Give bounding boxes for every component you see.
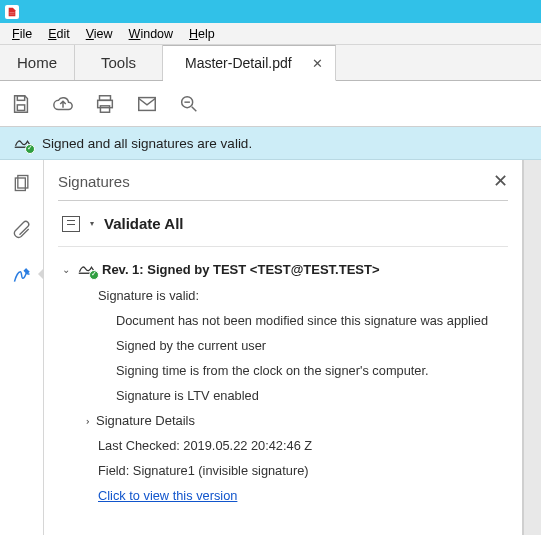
menu-help[interactable]: Help xyxy=(181,25,223,43)
collapse-caret-icon[interactable]: ⌄ xyxy=(62,264,72,275)
save-icon[interactable] xyxy=(10,93,32,115)
signatures-panel-icon[interactable] xyxy=(7,260,37,290)
detail-last-checked: Last Checked: 2019.05.22 20:42:46 Z xyxy=(98,433,508,458)
signature-valid-icon xyxy=(14,135,32,151)
dropdown-caret-icon[interactable]: ▾ xyxy=(90,219,94,228)
panel-title: Signatures xyxy=(58,173,130,190)
options-icon[interactable] xyxy=(62,216,80,232)
content-area: Signatures ✕ ▾ Validate All ⌄ Rev. 1: Si… xyxy=(0,160,541,535)
panel-header: Signatures ✕ xyxy=(58,170,508,201)
signature-details-tree: Signature is valid: Document has not bee… xyxy=(58,283,508,508)
detail-signing-time: Signing time is from the clock on the si… xyxy=(98,358,508,383)
signature-details-label: Signature Details xyxy=(96,413,195,428)
signature-status-bar: Signed and all signatures are valid. xyxy=(0,127,541,160)
tab-document-label: Master-Detail.pdf xyxy=(185,55,292,71)
toolbar xyxy=(0,81,541,127)
email-icon[interactable] xyxy=(136,93,158,115)
svg-rect-0 xyxy=(17,95,24,100)
pages-panel-icon[interactable] xyxy=(7,168,37,198)
attachments-panel-icon[interactable] xyxy=(7,214,37,244)
menu-bar: File Edit View Window Help xyxy=(0,23,541,45)
tab-bar: Home Tools Master-Detail.pdf ✕ xyxy=(0,45,541,81)
menu-edit[interactable]: Edit xyxy=(40,25,78,43)
revision-row[interactable]: ⌄ Rev. 1: Signed by TEST <TEST@TEST.TEST… xyxy=(58,247,508,283)
menu-file[interactable]: File xyxy=(4,25,40,43)
svg-rect-1 xyxy=(17,104,24,110)
detail-current-user: Signed by the current user xyxy=(98,333,508,358)
menu-view[interactable]: View xyxy=(78,25,121,43)
sig-valid-heading: Signature is valid: xyxy=(98,283,508,308)
zoom-out-icon[interactable] xyxy=(178,93,200,115)
signatures-panel: Signatures ✕ ▾ Validate All ⌄ Rev. 1: Si… xyxy=(44,160,523,535)
signature-status-text: Signed and all signatures are valid. xyxy=(42,136,252,151)
signature-valid-icon xyxy=(78,261,96,277)
document-view-edge xyxy=(523,160,541,535)
detail-field: Field: Signature1 (invisible signature) xyxy=(98,458,508,483)
validate-all-label: Validate All xyxy=(104,215,183,232)
detail-not-modified: Document has not been modified since thi… xyxy=(98,308,508,333)
svg-line-7 xyxy=(192,106,197,111)
panel-close-icon[interactable]: ✕ xyxy=(493,170,508,192)
expand-caret-icon[interactable]: ⌄ xyxy=(80,416,91,426)
revision-title: Rev. 1: Signed by TEST <TEST@TEST.TEST> xyxy=(102,262,380,277)
view-version-link[interactable]: Click to view this version xyxy=(98,488,237,503)
validate-all-row[interactable]: ▾ Validate All xyxy=(58,201,508,247)
print-icon[interactable] xyxy=(94,93,116,115)
tab-close-icon[interactable]: ✕ xyxy=(312,56,323,71)
signature-details-expander[interactable]: ⌄ Signature Details xyxy=(80,408,508,433)
menu-window[interactable]: Window xyxy=(121,25,181,43)
tab-document[interactable]: Master-Detail.pdf ✕ xyxy=(163,45,336,81)
tab-home[interactable]: Home xyxy=(0,45,75,80)
tab-tools[interactable]: Tools xyxy=(75,45,163,80)
detail-ltv: Signature is LTV enabled xyxy=(98,383,508,408)
cloud-upload-icon[interactable] xyxy=(52,93,74,115)
app-icon xyxy=(5,5,19,19)
side-rail xyxy=(0,160,44,535)
title-bar xyxy=(0,0,541,23)
svg-rect-4 xyxy=(100,105,109,111)
